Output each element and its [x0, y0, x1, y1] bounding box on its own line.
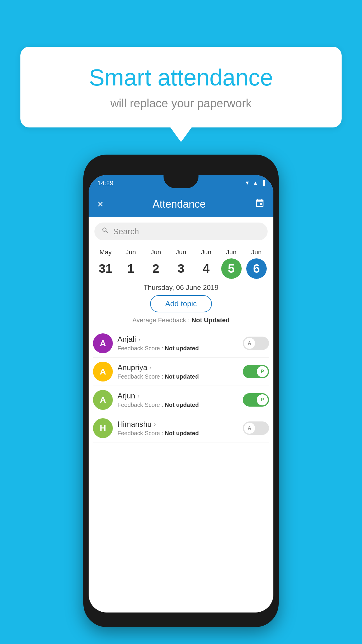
- close-button[interactable]: ×: [97, 198, 103, 210]
- date-day: 5: [221, 258, 242, 279]
- date-month: Jun: [251, 249, 261, 256]
- toggle-knob: A: [244, 338, 255, 349]
- battery-icon: ▐: [261, 180, 265, 186]
- date-month: Jun: [201, 249, 211, 256]
- toggle-knob: A: [244, 423, 255, 434]
- date-month: Jun: [151, 249, 161, 256]
- date-item[interactable]: Jun2: [144, 249, 168, 279]
- speech-bubble-subtitle: will replace your paperwork: [44, 97, 318, 110]
- wifi-icon: ▼: [245, 180, 250, 186]
- search-bar[interactable]: Search: [94, 223, 268, 240]
- speech-bubble-title: Smart attendance: [44, 64, 318, 91]
- student-item[interactable]: AAnjali ›Feedback Score : Not updatedA: [93, 329, 269, 358]
- selected-date-label: Thursday, 06 June 2019: [89, 279, 273, 295]
- date-item[interactable]: Jun1: [119, 249, 142, 279]
- speech-bubble-container: Smart attendance will replace your paper…: [20, 47, 342, 127]
- student-feedback: Feedback Score : Not updated: [117, 345, 243, 352]
- student-avatar: H: [93, 418, 113, 438]
- calendar-icon[interactable]: [255, 198, 265, 210]
- attendance-toggle[interactable]: P: [243, 393, 269, 407]
- add-topic-button[interactable]: Add topic: [150, 295, 212, 312]
- notch: [164, 175, 198, 188]
- student-avatar: A: [93, 362, 113, 382]
- date-day: 3: [171, 258, 191, 279]
- student-feedback: Feedback Score : Not updated: [117, 430, 243, 437]
- student-item[interactable]: AAnupriya ›Feedback Score : Not updatedP: [93, 358, 269, 386]
- speech-bubble: Smart attendance will replace your paper…: [20, 47, 342, 127]
- chevron-right-icon: ›: [154, 421, 156, 428]
- student-avatar: A: [93, 390, 113, 410]
- avg-feedback: Average Feedback : Not Updated: [89, 316, 273, 324]
- date-item[interactable]: Jun3: [169, 249, 193, 279]
- phone-container: 14:29 ▼ ▲ ▐ × Attendance: [83, 155, 279, 627]
- student-info: Arjun ›Feedback Score : Not updated: [117, 391, 243, 408]
- avg-feedback-label: Average Feedback :: [132, 316, 191, 324]
- chevron-right-icon: ›: [138, 393, 140, 399]
- date-month: Jun: [176, 249, 186, 256]
- date-day: 2: [146, 258, 166, 279]
- student-avatar: A: [93, 333, 113, 353]
- date-item[interactable]: Jun4: [194, 249, 218, 279]
- date-strip: May31Jun1Jun2Jun3Jun4Jun5Jun6: [89, 246, 273, 279]
- student-name: Anjali ›: [117, 335, 243, 344]
- date-item[interactable]: Jun6: [245, 249, 268, 279]
- student-name: Himanshu ›: [117, 420, 243, 429]
- app-header: × Attendance: [89, 191, 273, 217]
- student-info: Himanshu ›Feedback Score : Not updated: [117, 420, 243, 437]
- phone-outer: 14:29 ▼ ▲ ▐ × Attendance: [83, 155, 279, 627]
- chevron-right-icon: ›: [150, 364, 152, 371]
- student-name: Arjun ›: [117, 391, 243, 400]
- date-item[interactable]: May31: [94, 249, 117, 279]
- attendance-toggle[interactable]: P: [243, 365, 269, 378]
- student-info: Anjali ›Feedback Score : Not updated: [117, 335, 243, 352]
- date-month: Jun: [126, 249, 136, 256]
- student-item[interactable]: HHimanshu ›Feedback Score : Not updatedA: [93, 414, 269, 442]
- date-item[interactable]: Jun5: [220, 249, 243, 279]
- date-day: 6: [246, 258, 267, 279]
- phone-screen: 14:29 ▼ ▲ ▐ × Attendance: [89, 175, 273, 612]
- student-feedback: Feedback Score : Not updated: [117, 373, 243, 380]
- search-icon: [101, 227, 109, 236]
- status-icons: ▼ ▲ ▐: [245, 180, 265, 186]
- student-info: Anupriya ›Feedback Score : Not updated: [117, 363, 243, 380]
- date-month: Jun: [226, 249, 236, 256]
- date-day: 31: [95, 258, 116, 279]
- search-placeholder: Search: [113, 227, 139, 236]
- signal-icon: ▲: [253, 180, 258, 186]
- student-feedback: Feedback Score : Not updated: [117, 402, 243, 408]
- student-name: Anupriya ›: [117, 363, 243, 372]
- toggle-knob: P: [257, 366, 268, 377]
- status-time: 14:29: [97, 179, 113, 187]
- attendance-toggle[interactable]: A: [243, 421, 269, 435]
- date-day: 4: [196, 258, 216, 279]
- student-item[interactable]: AArjun ›Feedback Score : Not updatedP: [93, 386, 269, 414]
- chevron-right-icon: ›: [138, 336, 140, 343]
- app-content: Search May31Jun1Jun2Jun3Jun4Jun5Jun6 Thu…: [89, 217, 273, 442]
- date-day: 1: [120, 258, 141, 279]
- student-list: AAnjali ›Feedback Score : Not updatedAAA…: [89, 329, 273, 442]
- date-month: May: [99, 249, 112, 256]
- app-title: Attendance: [152, 198, 205, 210]
- attendance-toggle[interactable]: A: [243, 337, 269, 350]
- avg-feedback-value: Not Updated: [191, 316, 230, 324]
- toggle-knob: P: [257, 394, 268, 405]
